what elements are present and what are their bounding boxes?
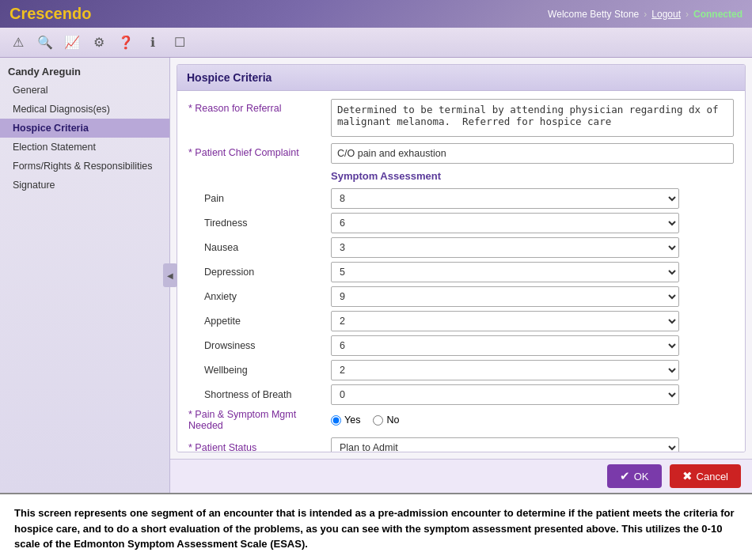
complaint-input[interactable]: [331, 143, 734, 164]
complaint-row: * Patient Chief Complaint: [188, 143, 734, 164]
symptom-select-drowsiness[interactable]: 6: [331, 335, 679, 356]
reason-row: * Reason for Referral Determined to be t…: [188, 99, 734, 137]
symptom-label-nausea: Nausea: [188, 242, 331, 253]
symptom-row-drowsiness: Drowsiness 6: [188, 335, 734, 356]
pain-mgmt-yes-label: Yes: [344, 414, 360, 426]
form-panel-title: Hospice Criteria: [177, 65, 745, 91]
patient-status-label: * Patient Status: [188, 442, 331, 452]
complaint-label: * Patient Chief Complaint: [188, 143, 331, 158]
reason-input[interactable]: Determined to be terminal by attending p…: [331, 99, 734, 137]
description-text: This screen represents one segment of an…: [14, 507, 735, 550]
header-right: Welcome Betty Stone › Logout › Connected: [548, 9, 743, 20]
form-panel: Hospice Criteria * Reason for Referral D…: [177, 64, 746, 452]
patient-status-select[interactable]: Plan to Admit: [331, 437, 679, 452]
symptom-label-anxiety: Anxiety: [188, 291, 331, 302]
form-content: * Reason for Referral Determined to be t…: [177, 91, 745, 452]
pain-mgmt-yes-radio[interactable]: [331, 415, 341, 426]
symptom-select-pain[interactable]: 8: [331, 188, 679, 209]
toolbar: ⚠ 🔍 📈 ⚙ ❓ ℹ ☐: [0, 28, 752, 58]
help-icon[interactable]: ❓: [116, 32, 136, 53]
symptom-select-nausea[interactable]: 3: [331, 237, 679, 258]
sidebar-item-general[interactable]: General: [0, 81, 169, 100]
sidebar-item-forms-rights[interactable]: Forms/Rights & Responsibilities: [0, 157, 169, 176]
symptom-select-tiredness[interactable]: 6: [331, 213, 679, 233]
symptom-select-depression[interactable]: 5: [331, 262, 679, 282]
logout-link[interactable]: Logout: [651, 9, 681, 20]
app-header: Crescendo Welcome Betty Stone › Logout ›…: [0, 0, 752, 28]
sidebar-toggle[interactable]: ◀: [163, 263, 177, 287]
sidebar: Candy Areguin General Medical Diagnosis(…: [0, 58, 170, 493]
sidebar-item-signature[interactable]: Signature: [0, 176, 169, 195]
pain-mgmt-label: * Pain & Symptom Mgmt Needed: [188, 409, 331, 431]
welcome-text: Welcome Betty Stone: [548, 9, 639, 20]
bottom-description: This screen represents one segment of an…: [0, 493, 752, 560]
patient-name: Candy Areguin: [0, 61, 169, 81]
connected-status: Connected: [693, 9, 743, 20]
symptom-select-shortness-of-breath[interactable]: 0: [331, 384, 679, 405]
symptom-label-appetite: Appetite: [188, 316, 331, 327]
pain-mgmt-row: * Pain & Symptom Mgmt Needed Yes No: [188, 409, 734, 431]
symptom-header: Symptom Assessment: [331, 170, 734, 182]
symptom-row-nausea: Nausea 3: [188, 237, 734, 258]
symptom-label-shortness-of-breath: Shortness of Breath: [188, 389, 331, 400]
ok-label: OK: [634, 471, 649, 482]
symptom-row-appetite: Appetite 2: [188, 311, 734, 331]
app-logo: Crescendo: [9, 5, 91, 23]
symptom-select-anxiety[interactable]: 9: [331, 286, 679, 307]
logo-text: Crescend: [9, 5, 82, 22]
separator2: ›: [686, 9, 689, 20]
logo-o: o: [82, 5, 91, 22]
ok-button[interactable]: ✔ OK: [607, 464, 662, 488]
symptom-row-wellbeing: Wellbeing 2: [188, 360, 734, 380]
sidebar-item-medical-diagnosis[interactable]: Medical Diagnosis(es): [0, 100, 169, 119]
reason-label: * Reason for Referral: [188, 99, 331, 114]
pain-mgmt-yes-option[interactable]: Yes: [331, 414, 360, 426]
settings-icon[interactable]: ⚙: [89, 32, 109, 53]
symptom-row-depression: Depression 5: [188, 262, 734, 282]
info-icon[interactable]: ℹ: [142, 32, 163, 53]
content-area: Hospice Criteria * Reason for Referral D…: [170, 58, 752, 493]
sidebar-item-election-statement[interactable]: Election Statement: [0, 138, 169, 157]
cancel-button[interactable]: ✖ Cancel: [670, 464, 741, 488]
pain-mgmt-no-option[interactable]: No: [373, 414, 399, 426]
bottom-bar: ✔ OK ✖ Cancel: [170, 459, 752, 493]
patient-status-row: * Patient Status Plan to Admit: [188, 437, 734, 452]
ok-check-icon: ✔: [620, 469, 630, 483]
symptom-select-appetite[interactable]: 2: [331, 311, 679, 331]
symptom-row-pain: Pain 8: [188, 188, 734, 209]
symptom-row-shortness-of-breath: Shortness of Breath 0: [188, 384, 734, 405]
sidebar-item-hospice-criteria[interactable]: Hospice Criteria: [0, 119, 169, 138]
pain-mgmt-radio-group: Yes No: [331, 414, 399, 426]
alert-icon[interactable]: ⚠: [8, 32, 28, 53]
symptom-label-drowsiness: Drowsiness: [188, 340, 331, 351]
chart-icon[interactable]: 📈: [62, 32, 82, 53]
pain-mgmt-no-label: No: [386, 414, 399, 426]
cancel-label: Cancel: [697, 471, 728, 482]
window-icon[interactable]: ☐: [169, 32, 190, 53]
symptom-label-pain: Pain: [188, 193, 331, 204]
cancel-x-icon: ✖: [682, 469, 693, 483]
main-layout: Candy Areguin General Medical Diagnosis(…: [0, 58, 752, 493]
symptom-row-tiredness: Tiredness 6: [188, 213, 734, 233]
symptom-select-wellbeing[interactable]: 2: [331, 360, 679, 380]
pain-mgmt-no-radio[interactable]: [373, 415, 383, 426]
symptom-label-wellbeing: Wellbeing: [188, 365, 331, 376]
symptom-row-anxiety: Anxiety 9: [188, 286, 734, 307]
symptom-label-tiredness: Tiredness: [188, 218, 331, 229]
symptom-label-depression: Depression: [188, 267, 331, 278]
search-icon[interactable]: 🔍: [35, 32, 55, 53]
separator1: ›: [644, 9, 647, 20]
